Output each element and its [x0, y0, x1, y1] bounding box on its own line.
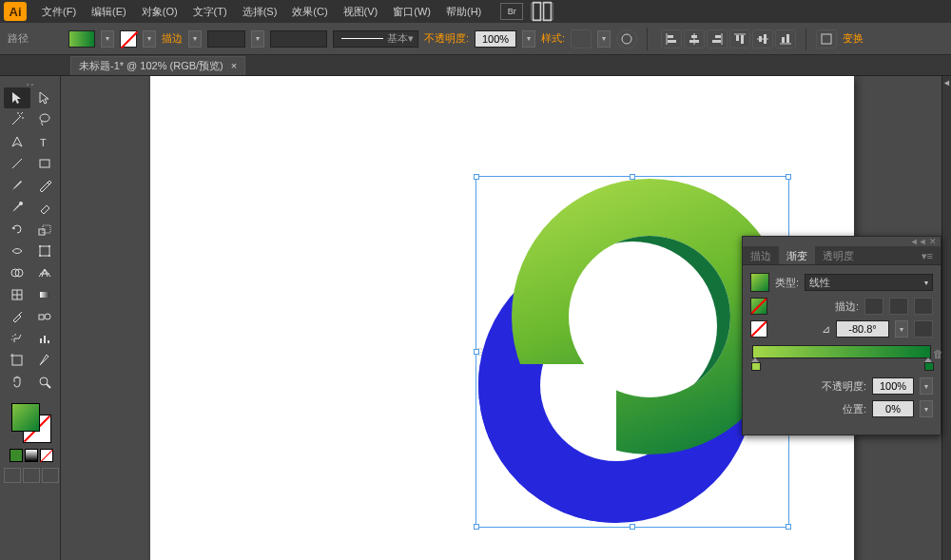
menu-type[interactable]: 文字(T): [185, 0, 235, 23]
menu-effect[interactable]: 效果(C): [284, 0, 335, 23]
menu-edit[interactable]: 编辑(E): [84, 0, 134, 23]
menu-help[interactable]: 帮助(H): [438, 0, 489, 23]
svg-rect-17: [764, 34, 767, 44]
slice-tool[interactable]: [31, 350, 58, 371]
recolor-button[interactable]: [616, 29, 637, 48]
hand-tool[interactable]: [4, 372, 30, 393]
gradient-none-swatch[interactable]: [750, 320, 767, 338]
toolbox-grip[interactable]: ••: [4, 80, 58, 87]
transform-label[interactable]: 变换: [843, 31, 864, 46]
isolate-button[interactable]: [816, 29, 837, 48]
menu-select[interactable]: 选择(S): [235, 0, 285, 23]
rotate-tool[interactable]: [4, 219, 30, 240]
aspect-lock[interactable]: [914, 320, 933, 338]
eraser-tool[interactable]: [31, 197, 58, 218]
document-tab[interactable]: 未标题-1* @ 102% (RGB/预览) ×: [70, 56, 245, 75]
stroke-profile[interactable]: [270, 30, 327, 48]
panel-tab-stroke[interactable]: 描边: [743, 246, 779, 264]
selection-tool[interactable]: [4, 87, 30, 108]
stroke-grad-btn-3[interactable]: [914, 298, 933, 315]
style-dd[interactable]: [597, 30, 611, 48]
stroke-weight-dd[interactable]: [188, 30, 202, 48]
svg-rect-27: [39, 229, 45, 235]
arrange-docs-button[interactable]: [531, 3, 553, 20]
stop-location-dd[interactable]: [920, 400, 933, 417]
align-left[interactable]: [661, 29, 682, 48]
close-tab-icon[interactable]: ×: [231, 60, 237, 71]
gradient-type-select[interactable]: 线性: [805, 274, 933, 291]
symbol-sprayer-tool[interactable]: [4, 328, 30, 349]
brush-definition[interactable]: 基本 ▾: [333, 30, 418, 48]
panel-menu-icon[interactable]: ▾≡: [914, 246, 941, 264]
stop-location-input[interactable]: 0%: [872, 400, 914, 417]
color-mode-none[interactable]: [40, 449, 53, 462]
fill-color-box[interactable]: [11, 403, 40, 432]
align-right[interactable]: [707, 29, 728, 48]
menu-window[interactable]: 窗口(W): [385, 0, 438, 23]
zoom-tool[interactable]: [31, 372, 58, 393]
gradient-fill-swatch[interactable]: [750, 298, 767, 315]
panel-tab-gradient[interactable]: 渐变: [779, 246, 815, 264]
line-tool[interactable]: [4, 153, 30, 174]
artboard-tool[interactable]: [4, 350, 30, 371]
stroke-grad-btn-2[interactable]: [889, 298, 908, 315]
gradient-stop-left[interactable]: [751, 357, 759, 369]
align-bottom[interactable]: [775, 29, 796, 48]
direct-selection-tool[interactable]: [31, 87, 58, 108]
width-tool[interactable]: [4, 241, 30, 261]
blob-brush-tool[interactable]: [4, 197, 30, 218]
graphic-style[interactable]: [571, 29, 592, 48]
gradient-angle-input[interactable]: -80.8°: [836, 320, 889, 338]
free-transform-tool[interactable]: [31, 241, 58, 261]
right-dock[interactable]: [941, 76, 951, 560]
stop-opacity-dd[interactable]: [920, 377, 933, 395]
color-mode-gradient[interactable]: [25, 449, 38, 462]
magic-wand-tool[interactable]: [4, 109, 30, 130]
svg-rect-7: [691, 35, 697, 38]
menu-object[interactable]: 对象(O): [134, 0, 185, 23]
draw-inside[interactable]: [42, 468, 59, 483]
color-mode-solid[interactable]: [10, 449, 23, 462]
mesh-tool[interactable]: [4, 284, 30, 305]
draw-normal[interactable]: [4, 468, 21, 483]
eyedropper-tool[interactable]: [4, 306, 30, 327]
align-vcenter[interactable]: [752, 29, 773, 48]
stroke-dropdown[interactable]: [143, 30, 156, 48]
blend-tool[interactable]: [31, 306, 58, 327]
lasso-tool[interactable]: [31, 109, 58, 130]
column-graph-tool[interactable]: [31, 328, 58, 349]
stop-opacity-input[interactable]: 100%: [872, 377, 914, 395]
fill-dropdown[interactable]: [101, 30, 114, 48]
panel-tab-transparency[interactable]: 透明度: [815, 246, 862, 264]
stroke-weight-field[interactable]: [207, 30, 245, 48]
paintbrush-tool[interactable]: [4, 175, 30, 196]
fill-swatch[interactable]: [68, 30, 95, 48]
panel-collapse-icon[interactable]: ◄◄ ✕: [743, 237, 941, 246]
stroke-grad-btn-1[interactable]: [864, 298, 883, 315]
gradient-tool[interactable]: [31, 284, 58, 305]
type-tool[interactable]: T: [31, 131, 58, 152]
stroke-swatch-none[interactable]: [120, 30, 137, 48]
align-hcenter[interactable]: [684, 29, 705, 48]
delete-stop-icon[interactable]: 🗑: [933, 348, 943, 359]
align-top[interactable]: [729, 29, 750, 48]
opacity-input[interactable]: 100%: [475, 30, 516, 48]
shape-builder-tool[interactable]: [4, 262, 30, 283]
gradient-ramp[interactable]: 🗑: [752, 345, 931, 358]
pen-tool[interactable]: [4, 131, 30, 152]
pencil-tool[interactable]: [31, 175, 58, 196]
perspective-grid-tool[interactable]: [31, 262, 58, 283]
gradient-preview-swatch[interactable]: [750, 273, 769, 292]
right-dock-expand-icon[interactable]: ◄: [942, 78, 951, 87]
stroke-weight-step[interactable]: [251, 30, 264, 48]
scale-tool[interactable]: [31, 219, 58, 240]
bridge-button[interactable]: Br: [500, 3, 523, 20]
fill-stroke-control[interactable]: [11, 403, 51, 443]
opacity-dd[interactable]: [522, 30, 535, 48]
draw-behind[interactable]: [23, 468, 40, 483]
angle-dd[interactable]: [895, 320, 908, 338]
gradient-stop-right[interactable]: [924, 357, 932, 369]
rectangle-tool[interactable]: [31, 153, 58, 174]
menu-view[interactable]: 视图(V): [336, 0, 386, 23]
menu-file[interactable]: 文件(F): [34, 0, 84, 23]
